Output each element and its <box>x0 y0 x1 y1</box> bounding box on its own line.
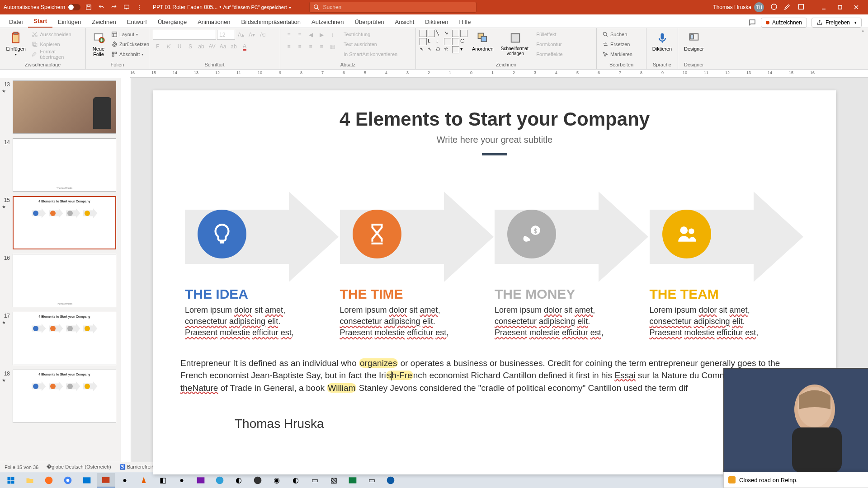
reset-button[interactable]: Zurücksetzen <box>109 40 151 49</box>
chrome-icon[interactable] <box>59 473 77 488</box>
process-step[interactable]: THE IDEALorem ipsum dolor sit amet, cons… <box>185 192 340 339</box>
shape-outline-button[interactable]: Formkontur <box>534 40 565 49</box>
increase-font-icon[interactable]: A▴ <box>236 30 246 40</box>
line-spacing-button[interactable]: ↕ <box>327 30 337 40</box>
tab-aufzeichnen[interactable]: Aufzeichnen <box>306 16 349 28</box>
decrease-font-icon[interactable]: A▾ <box>247 30 257 40</box>
step-title[interactable]: THE TEAM <box>650 286 805 302</box>
font-name-input[interactable] <box>153 30 216 40</box>
slide-thumbnail[interactable] <box>13 80 116 134</box>
slide-thumbnail[interactable]: Thomas Hruska <box>13 138 116 192</box>
tab-diktieren[interactable]: Diktieren <box>420 16 453 28</box>
tab-einfuegen[interactable]: Einfügen <box>52 16 86 28</box>
autosave-toggle[interactable]: Automatisches Speichern <box>4 4 80 10</box>
copy-button[interactable]: Kopieren <box>30 40 82 49</box>
edge-icon[interactable] <box>382 473 400 488</box>
vlc-icon[interactable] <box>135 473 153 488</box>
case-button[interactable]: Aa <box>218 42 228 52</box>
app-icon-7[interactable]: ▭ <box>306 473 324 488</box>
smartart-button[interactable]: In SmartArt konvertieren <box>342 50 399 59</box>
redo-icon[interactable] <box>109 3 118 12</box>
bold-button[interactable]: F <box>153 42 163 52</box>
undo-icon[interactable] <box>97 3 106 12</box>
align-right-button[interactable]: ≡ <box>306 42 316 52</box>
slide-thumbnail[interactable]: Thomas Hruska <box>13 254 116 307</box>
notification-toast[interactable]: Closed road on Reinp. <box>723 472 868 488</box>
tab-uebergaenge[interactable]: Übergänge <box>152 16 192 28</box>
tab-start[interactable]: Start <box>28 15 52 28</box>
app-icon-9[interactable]: ▭ <box>363 473 381 488</box>
thumbnail-row[interactable]: 16Thomas Hruska <box>2 254 116 307</box>
minimize-icon[interactable] <box>816 2 832 13</box>
start-button[interactable] <box>2 473 20 488</box>
more-icon[interactable]: ⋮ <box>135 3 144 12</box>
vertical-ruler[interactable] <box>121 78 131 462</box>
clear-format-icon[interactable]: A⃠ <box>258 30 268 40</box>
tab-datei[interactable]: Datei <box>4 16 28 28</box>
process-step[interactable]: $THE MONEYLorem ipsum dolor sit amet, co… <box>495 192 650 339</box>
dictate-button[interactable]: Diktieren <box>650 30 674 52</box>
excel-icon[interactable] <box>344 473 362 488</box>
replace-button[interactable]: Ersetzen <box>600 40 642 49</box>
app-icon-6[interactable]: ◐ <box>287 473 305 488</box>
step-title[interactable]: THE TIME <box>340 286 495 302</box>
app-icon-3[interactable]: ● <box>173 473 191 488</box>
comments-icon[interactable] <box>748 19 756 27</box>
shape-fill-button[interactable]: Fülleffekt <box>534 30 565 39</box>
section-button[interactable]: Abschnitt▾ <box>109 50 151 59</box>
user-account[interactable]: Thomas Hruska TH <box>713 2 764 12</box>
italic-button[interactable]: K <box>164 42 174 52</box>
tab-praesentation[interactable]: Bildschirmpräsentation <box>236 16 306 28</box>
bullets-button[interactable]: ≡ <box>284 30 294 40</box>
designer-button[interactable]: Designer <box>682 30 706 52</box>
app-icon-4[interactable]: ◐ <box>230 473 248 488</box>
slide-subtitle[interactable]: Write here your great subtitle <box>180 135 809 145</box>
tab-ansicht[interactable]: Ansicht <box>390 16 420 28</box>
tab-hilfe[interactable]: Hilfe <box>454 16 476 28</box>
step-text[interactable]: Lorem ipsum dolor sit amet, consectetur … <box>185 305 311 339</box>
columns-button[interactable]: ▦ <box>327 42 337 52</box>
paste-button[interactable]: Einfügen ▾ <box>4 30 28 57</box>
indent-dec-button[interactable]: ◀ <box>306 30 316 40</box>
powerpoint-icon[interactable] <box>97 473 115 488</box>
app-icon-2[interactable]: ◧ <box>154 473 172 488</box>
cut-button[interactable]: Ausschneiden <box>30 30 82 39</box>
slide-counter[interactable]: Folie 15 von 36 <box>5 465 38 470</box>
start-show-icon[interactable] <box>122 3 131 12</box>
collapse-ribbon-icon[interactable]: ˄ <box>858 28 868 69</box>
slide-thumbnail[interactable]: 4 Elements to Start your Company <box>13 370 116 423</box>
justify-button[interactable]: ≡ <box>316 42 326 52</box>
telegram-icon[interactable] <box>211 473 229 488</box>
slide-thumbnails-panel[interactable]: 13★14Thomas Hruska15★4 Elements to Start… <box>0 78 121 462</box>
format-painter-button[interactable]: Format übertragen <box>30 50 82 59</box>
indent-inc-button[interactable]: ▶ <box>316 30 326 40</box>
step-text[interactable]: Lorem ipsum dolor sit amet, consectetur … <box>340 305 467 339</box>
record-button[interactable]: Aufzeichnen <box>761 18 807 28</box>
process-step[interactable]: THE TEAMLorem ipsum dolor sit amet, cons… <box>650 192 805 339</box>
align-center-button[interactable]: ≡ <box>295 42 305 52</box>
app-icon-5[interactable]: ◉ <box>268 473 286 488</box>
close-icon[interactable] <box>848 2 864 13</box>
shapes-gallery[interactable]: ╲↘ L↓⬡ ∿∿⬠☆▾ <box>420 30 467 53</box>
new-slide-button[interactable]: Neue Folie <box>90 30 108 58</box>
app-icon[interactable]: ● <box>116 473 134 488</box>
save-icon[interactable] <box>84 3 93 12</box>
find-button[interactable]: Suchen <box>600 30 642 39</box>
draw-icon[interactable] <box>784 3 791 12</box>
slide-thumbnail[interactable]: 4 Elements to Start your Company <box>13 196 116 249</box>
step-title[interactable]: THE IDEA <box>185 286 340 302</box>
spacing-button[interactable]: AV <box>207 42 217 52</box>
align-text-button[interactable]: Text ausrichten <box>342 40 399 49</box>
select-button[interactable]: Markieren <box>600 50 642 59</box>
share-button[interactable]: Freigeben▾ <box>811 18 862 28</box>
numbering-button[interactable]: ≡ <box>295 30 305 40</box>
strike-button[interactable]: S <box>185 42 195 52</box>
text-direction-button[interactable]: Textrichtung <box>342 30 399 39</box>
arrange-button[interactable]: Anordnen <box>469 30 496 52</box>
search-input[interactable]: Suchen <box>309 2 476 13</box>
font-color-button[interactable]: A <box>240 42 250 52</box>
highlight-button[interactable]: ab <box>229 42 239 52</box>
outlook-icon[interactable] <box>78 473 96 488</box>
step-title[interactable]: THE MONEY <box>495 286 650 302</box>
obs-icon[interactable] <box>249 473 267 488</box>
